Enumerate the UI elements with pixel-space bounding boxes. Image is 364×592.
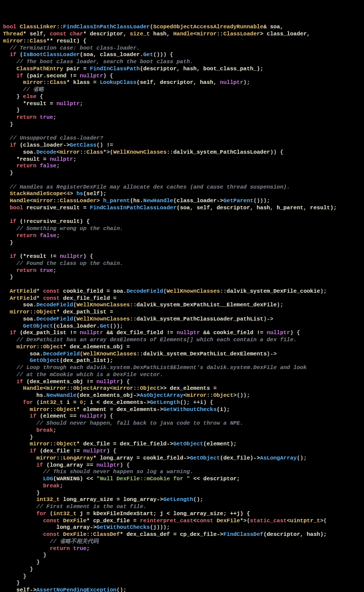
code-token: :: — [57, 24, 63, 30]
code-token: GetWithoutChecks — [163, 406, 217, 413]
code-token: StackHandleScope — [10, 191, 63, 197]
code-token — [3, 59, 16, 65]
code-token: (dex_elements_obj != — [26, 379, 97, 385]
code-token: :: — [50, 441, 56, 447]
code-token: nullptr — [83, 448, 106, 454]
code-token: *>( — [240, 518, 250, 524]
code-token: if — [10, 52, 20, 58]
code-token: (class_loader. — [53, 323, 100, 329]
code-token: WellKnownClasses — [76, 316, 130, 322]
code-token: * klass = — [66, 79, 100, 85]
code-token: FindClassInPathClassLoader — [90, 205, 177, 211]
code-token — [3, 191, 10, 197]
code-token: Object — [57, 441, 77, 447]
code-token: LOG — [43, 476, 53, 482]
code-token: (); ++i) { — [180, 399, 213, 405]
code-token: "Null DexFile::mCookie for " — [97, 476, 190, 482]
code-token: // Found the class up the chain. — [16, 260, 123, 266]
code-token: FindClassInPathClassLoader — [63, 24, 150, 30]
code-token: WellKnownClasses — [83, 351, 136, 357]
code-token — [3, 344, 16, 350]
code-token: (soa, class_loader. — [80, 52, 143, 58]
code-token: for — [23, 399, 36, 405]
code-token: ) { — [120, 462, 130, 468]
code-token: ; — [73, 156, 77, 162]
code-token: ObjectArray — [73, 385, 110, 391]
code-token: ClassLoader — [223, 31, 260, 37]
code-token: DecodeField — [126, 288, 163, 294]
code-token: break — [36, 427, 53, 433]
code-token — [3, 79, 23, 85]
code-token — [3, 518, 43, 524]
code-token: ) { — [120, 379, 130, 385]
code-token — [3, 135, 10, 141]
code-token: :: — [167, 149, 173, 155]
code-token — [3, 441, 30, 447]
code-token: ())); — [253, 198, 270, 204]
code-token: *result = — [3, 156, 50, 162]
code-token — [3, 496, 36, 503]
code-token: // Termination case: boot class-loader. — [10, 45, 140, 51]
code-token: * dex_path_list = — [57, 309, 113, 315]
code-token: // Loop through each dalvik.system.DexPa… — [16, 365, 306, 371]
code-token: * dex_file = dex_file_field-> — [76, 441, 173, 447]
code-token: ; — [57, 163, 60, 169]
code-token: mirror — [23, 79, 43, 85]
code-token — [3, 218, 10, 224]
code-token: > — [97, 198, 103, 204]
code-token: GetClass — [70, 142, 97, 148]
code-token: ; — [86, 545, 90, 552]
code-token: // 省略不相关代码 — [50, 538, 99, 544]
code-token: } — [3, 573, 26, 579]
code-token — [3, 205, 10, 211]
code-token: :: — [220, 288, 226, 294]
code-token: (*result != — [20, 253, 60, 259]
code-token: * element = dex_elements-> — [76, 406, 163, 413]
code-token: } — [3, 559, 40, 565]
code-token: * self, — [23, 31, 50, 37]
code-token: nullptr — [220, 79, 243, 85]
code-token: GetLength — [150, 399, 180, 405]
code-token — [3, 114, 16, 120]
code-token: GetObject — [30, 357, 60, 363]
code-token: < — [43, 385, 47, 391]
code-token: hash, — [150, 31, 173, 37]
code-token: nullptr — [176, 330, 200, 336]
code-token: :: — [207, 392, 213, 398]
code-token: (i); — [217, 406, 230, 413]
code-token — [3, 511, 36, 517]
code-token: ClassDef — [93, 531, 120, 537]
code-token: const — [43, 531, 63, 537]
code-token: :: — [53, 198, 60, 204]
code-token — [3, 545, 50, 552]
code-token: )-> — [263, 316, 274, 322]
code-token: Object — [43, 344, 63, 350]
code-token — [3, 538, 50, 544]
code-token: return — [16, 163, 39, 169]
code-token: NewHandle — [47, 392, 76, 398]
code-token: () != — [97, 142, 113, 148]
code-token: ); — [243, 79, 250, 85]
code-token: Get — [100, 323, 110, 329]
code-token: return — [50, 545, 73, 552]
code-token: // Unsupported class-loader? — [10, 135, 103, 141]
code-token: ; — [80, 101, 83, 107]
code-token: WellKnownClasses — [113, 149, 167, 155]
code-token: * long_array = cookie_field-> — [93, 455, 190, 461]
code-token: ( — [20, 52, 23, 58]
code-token — [3, 462, 36, 468]
code-token: } — [3, 121, 13, 127]
code-token: ); — [277, 302, 283, 308]
code-token: // The boot class loader, search the boo… — [16, 59, 193, 65]
code-token: (self); — [83, 191, 106, 197]
code-token — [3, 163, 16, 169]
code-token: LongArray — [63, 455, 93, 461]
code-token: soa. — [3, 302, 36, 308]
code-token: static_cast — [250, 518, 287, 524]
code-token: nullptr — [267, 330, 290, 336]
code-token: GetObject — [173, 441, 203, 447]
code-token: FindClassDef — [223, 531, 263, 537]
code-token: nullptr — [80, 330, 103, 336]
code-token: >( — [320, 518, 327, 524]
code-token: (); — [297, 455, 307, 461]
